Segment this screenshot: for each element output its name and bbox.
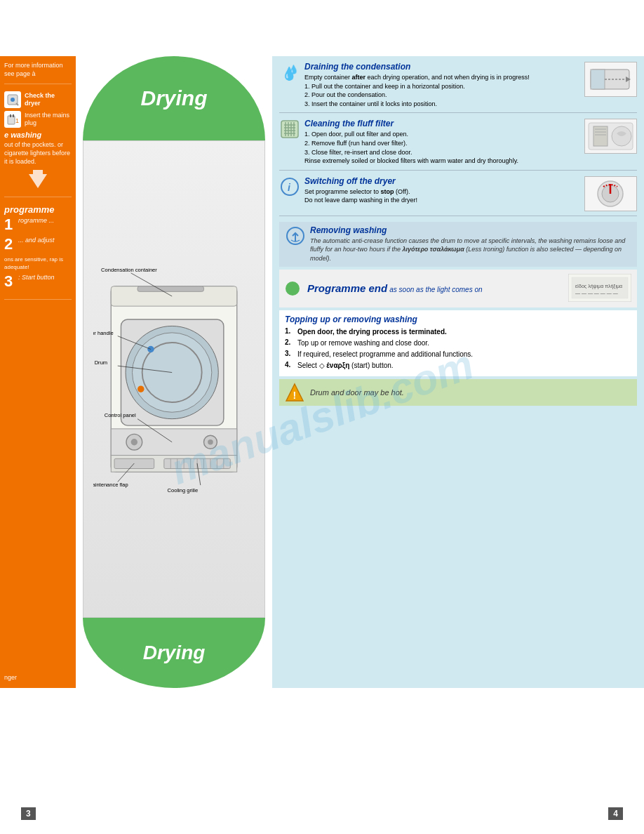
step-3-number: 3 xyxy=(4,274,18,289)
step-num-1: 1. xyxy=(285,327,295,335)
warning-triangle-icon: ! xyxy=(285,383,304,402)
sidebar-more-info: For more information see page à xyxy=(4,62,72,84)
programme-end-content: Programme end as soon as the light comes… xyxy=(307,282,483,294)
center-panel: Drying xyxy=(76,56,272,688)
step-2-label: ... and adjust xyxy=(18,237,72,244)
svg-rect-53 xyxy=(281,121,298,138)
step-3-label: : Start button xyxy=(18,274,72,282)
svg-text:— — — — — — —: — — — — — — — xyxy=(575,291,618,296)
svg-rect-33 xyxy=(137,286,203,292)
step-1-row: 1 rogramme ... xyxy=(4,217,72,232)
step-text-3: If required, reselect programme and addi… xyxy=(297,350,473,359)
svg-text:Control panel: Control panel xyxy=(105,412,136,418)
check-dryer-icon xyxy=(4,91,21,108)
dryer-illustration: Condensation container Door handle Drum … xyxy=(93,260,255,498)
removing-washing-content: Removing washing The automatic anti-crea… xyxy=(310,225,631,263)
draining-section: 💧 💧 Draining the condensation Empty cont… xyxy=(279,62,637,113)
sidebar-programme: programme 1 rogramme ... 2 ... and adjus… xyxy=(4,204,72,300)
green-top-arc: Drying xyxy=(83,56,265,140)
sidebar-insert-plug: 1 Insert the mains plug xyxy=(4,111,72,128)
svg-text:Maintenance flap: Maintenance flap xyxy=(93,482,128,488)
svg-point-20 xyxy=(137,385,144,392)
switching-off-thumbnail xyxy=(584,176,637,211)
e-washing-title: e washing xyxy=(4,131,72,139)
svg-rect-5 xyxy=(13,114,14,117)
down-arrow-icon xyxy=(27,168,48,190)
check-dryer-label: Check the dryer xyxy=(25,92,72,108)
cleaning-thumbnail xyxy=(584,119,637,154)
programme-end-thumbnail: εIδος λήψιµα πλήξιµα — — — — — — — xyxy=(568,274,631,303)
topping-title: Topping up or removing washing xyxy=(285,315,631,324)
e-washing-text: out of the pockets. or cigarette lighter… xyxy=(4,141,72,166)
sidebar-e-washing: e washing out of the pockets. or cigaret… xyxy=(4,131,72,197)
topping-step-3: 3. If required, reselect programme and a… xyxy=(285,350,631,359)
removing-washing-text: The automatic anti-crease function cause… xyxy=(310,237,631,263)
switching-off-content: Switching off the dryer Set programme se… xyxy=(304,176,580,205)
page-container: For more information see page à Check th… xyxy=(0,56,644,688)
step-text-1: Open door, the drying process is termina… xyxy=(297,327,447,336)
drying-title-top: Drying xyxy=(140,86,207,110)
svg-text:i: i xyxy=(288,182,291,193)
draining-thumbnail xyxy=(584,62,637,97)
step-2-row: 2 ... and adjust xyxy=(4,237,72,252)
switching-off-section: i Switching off the dryer Set programme … xyxy=(279,176,637,216)
removing-washing-section: Removing washing The automatic anti-crea… xyxy=(279,222,637,267)
step-3-row: 3 : Start button xyxy=(4,274,72,289)
topping-step-4: 4. Select ◇ έναρξη (start) button. xyxy=(285,361,631,370)
sensitivity-note: ons are sensitive, rap is adequate! xyxy=(4,256,72,271)
more-info-text: For more information see page à xyxy=(4,62,72,78)
removing-washing-title: Removing washing xyxy=(310,225,631,235)
insert-plug-label: Insert the mains plug xyxy=(25,112,72,128)
topping-section: Topping up or removing washing 1. Open d… xyxy=(279,310,637,376)
svg-point-18 xyxy=(208,439,213,445)
svg-rect-50 xyxy=(591,70,605,89)
svg-point-76 xyxy=(286,282,300,296)
warning-text: Drum and door may be hot. xyxy=(310,388,404,397)
svg-text:Drum: Drum xyxy=(95,359,107,366)
cleaning-filter-title: Cleaning the fluff filter xyxy=(304,119,580,128)
svg-rect-4 xyxy=(10,114,11,117)
danger-note: nger xyxy=(4,674,72,682)
insert-plug-icon: 1 xyxy=(4,111,21,128)
svg-text:1: 1 xyxy=(15,117,19,124)
step-1-number: 1 xyxy=(4,217,18,232)
svg-point-16 xyxy=(131,439,137,445)
green-circle-icon xyxy=(285,281,300,296)
programme-end-subtitle: as soon as the light comes on xyxy=(389,286,482,293)
svg-text:💧: 💧 xyxy=(288,64,299,74)
sidebar-check-dryer: Check the dryer xyxy=(4,91,72,108)
drying-title-bottom: Drying xyxy=(143,642,206,664)
page-numbers: 3 4 xyxy=(0,807,644,820)
page-number-right: 4 xyxy=(608,807,623,820)
step-num-4: 4. xyxy=(285,361,295,369)
step-num-2: 2. xyxy=(285,338,295,346)
page-number-left: 3 xyxy=(21,807,36,820)
svg-text:εIδος λήψιµα πλήξιµα: εIδος λήψιµα πλήξιµα xyxy=(575,284,622,289)
left-sidebar: For more information see page à Check th… xyxy=(0,56,76,688)
svg-text:Cooling grille: Cooling grille xyxy=(168,487,199,494)
cleaning-filter-content: Cleaning the fluff filter 1. Open door, … xyxy=(304,119,580,165)
warning-section: ! Drum and door may be hot. xyxy=(279,379,637,406)
programme-end-title: Programme end xyxy=(307,282,387,294)
topping-step-2: 2. Top up or remove washing and close do… xyxy=(285,338,631,348)
cleaning-filter-section: Cleaning the fluff filter 1. Open door, … xyxy=(279,119,637,170)
step-1-label: rogramme ... xyxy=(18,217,72,225)
dryer-image-area: Condensation container Door handle Drum … xyxy=(83,140,265,618)
switching-off-title: Switching off the dryer xyxy=(304,176,580,186)
draining-icon: 💧 💧 xyxy=(279,62,300,83)
info-icon: i xyxy=(279,176,300,197)
filter-icon xyxy=(279,119,300,140)
draining-intro: Empty container after each drying operat… xyxy=(304,73,580,108)
draining-content: Draining the condensation Empty containe… xyxy=(304,62,580,108)
svg-text:Condensation container: Condensation container xyxy=(101,267,157,273)
topping-step-1: 1. Open door, the drying process is term… xyxy=(285,327,631,336)
svg-marker-7 xyxy=(29,170,47,188)
svg-text:!: ! xyxy=(293,390,297,401)
cleaning-filter-text: 1. Open door, pull out filter and open. … xyxy=(304,130,580,165)
step-2-number: 2 xyxy=(4,237,18,252)
programme-title: programme xyxy=(4,204,72,215)
svg-line-2 xyxy=(16,103,18,105)
svg-text:Door handle: Door handle xyxy=(93,330,114,336)
step-text-4: Select ◇ έναρξη (start) button. xyxy=(297,361,394,370)
right-panel: 💧 💧 Draining the condensation Empty cont… xyxy=(272,56,644,688)
